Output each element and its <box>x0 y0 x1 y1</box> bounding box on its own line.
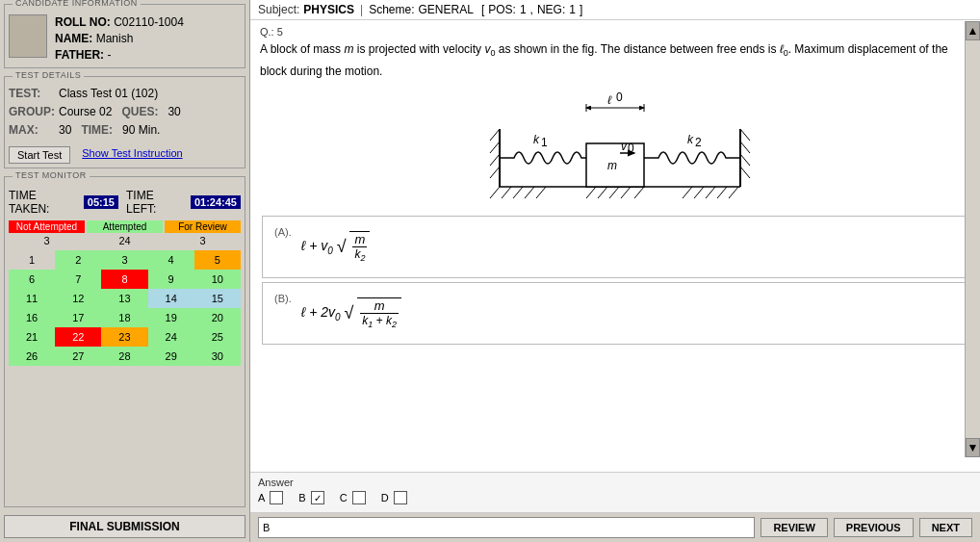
not-attempted-badge: Not Attempted <box>9 220 85 233</box>
review-button[interactable]: REVIEW <box>761 518 827 537</box>
q23[interactable]: 23 <box>101 327 147 347</box>
q11[interactable]: 11 <box>9 289 55 308</box>
q2[interactable]: 2 <box>55 250 101 270</box>
pos-label: POS: <box>488 3 516 16</box>
q7[interactable]: 7 <box>55 270 101 289</box>
bottom-bar: REVIEW PREVIOUS NEXT <box>250 512 980 542</box>
answer-title: Answer <box>258 477 972 488</box>
scroll-up-button[interactable]: ▲ <box>966 21 980 40</box>
svg-line-15 <box>706 187 715 198</box>
q1[interactable]: 1 <box>9 250 55 270</box>
svg-text:1: 1 <box>541 136 548 149</box>
q8[interactable]: 8 <box>101 270 147 289</box>
max-row: 30 TIME: 90 Min. <box>59 121 241 139</box>
q3[interactable]: 3 <box>101 250 147 270</box>
svg-line-5 <box>513 187 523 198</box>
answer-option-d[interactable]: D <box>381 491 407 504</box>
time-taken-label: TIME TAKEN: <box>9 189 80 216</box>
q6[interactable]: 6 <box>9 270 55 289</box>
svg-line-10 <box>609 187 619 198</box>
q21[interactable]: 21 <box>9 327 55 347</box>
q22[interactable]: 22 <box>55 327 101 347</box>
q16[interactable]: 16 <box>9 308 55 327</box>
time-left-value: 01:24:45 <box>191 195 241 209</box>
svg-text:0: 0 <box>616 90 623 104</box>
q17[interactable]: 17 <box>55 308 101 327</box>
svg-line-23 <box>740 142 750 153</box>
diagram-svg: k 1 m v 0 <box>442 90 788 206</box>
checkbox-d[interactable] <box>394 491 407 504</box>
q24[interactable]: 24 <box>148 327 194 347</box>
q12[interactable]: 12 <box>55 289 101 308</box>
roll-value: C02110-1004 <box>114 15 184 29</box>
option-b[interactable]: (B). ℓ + 2v0 √ mk1 + k2 <box>262 282 968 345</box>
svg-line-12 <box>634 187 644 198</box>
not-attempted-count: 3 <box>9 235 85 246</box>
q14[interactable]: 14 <box>148 289 194 308</box>
answer-input[interactable] <box>258 517 755 538</box>
q29[interactable]: 29 <box>148 347 194 366</box>
subject-bar: Subject: PHYSICS | Scheme: GENERAL [ POS… <box>250 0 980 20</box>
time-left-label: TIME LEFT: <box>126 189 187 216</box>
q20[interactable]: 20 <box>194 308 241 327</box>
answer-option-a[interactable]: A <box>258 491 283 504</box>
candidate-details: ROLL NO: C02110-1004 NAME: Manish FATHER… <box>55 14 184 64</box>
q25[interactable]: 25 <box>194 327 241 347</box>
svg-line-25 <box>740 167 750 178</box>
q26[interactable]: 26 <box>9 347 55 366</box>
roll-label: ROLL NO: <box>55 15 111 29</box>
checkbox-b[interactable]: ✓ <box>311 491 324 504</box>
previous-button[interactable]: PREVIOUS <box>834 518 914 537</box>
checkbox-a[interactable] <box>270 491 283 504</box>
q5[interactable]: 5 <box>194 250 241 270</box>
time-taken-value: 05:15 <box>84 195 118 209</box>
test-label: TEST: <box>9 85 55 102</box>
final-submission-button[interactable]: FINAL SUBMISSION <box>4 515 245 538</box>
svg-text:ℓ: ℓ <box>607 93 612 107</box>
q15[interactable]: 15 <box>194 289 241 308</box>
attempted-badge: Attempted <box>87 220 163 233</box>
pos-value: 1 <box>520 3 527 16</box>
svg-line-21 <box>490 167 500 178</box>
answer-section: Answer A B ✓ C D <box>250 472 980 512</box>
scrollbar-track[interactable]: ▲ ▼ <box>965 21 980 457</box>
neg-value: 1 <box>569 3 576 16</box>
q10[interactable]: 10 <box>194 270 241 289</box>
q19[interactable]: 19 <box>148 308 194 327</box>
option-a-label: (A). <box>274 226 292 238</box>
option-b-label: (B). <box>274 293 292 304</box>
next-button[interactable]: NEXT <box>919 518 972 537</box>
q4[interactable]: 4 <box>148 250 194 270</box>
scroll-down-button[interactable]: ▼ <box>966 438 980 457</box>
for-review-count: 3 <box>165 235 241 246</box>
q30[interactable]: 30 <box>194 347 241 366</box>
svg-line-3 <box>490 187 500 198</box>
q28[interactable]: 28 <box>101 347 147 366</box>
m-label: m <box>607 159 617 172</box>
father-label: FATHER: <box>55 48 104 62</box>
svg-line-24 <box>740 154 750 166</box>
answer-option-b[interactable]: B ✓ <box>298 491 323 504</box>
answer-option-c[interactable]: C <box>340 491 366 504</box>
q27[interactable]: 27 <box>55 347 101 366</box>
checkbox-c[interactable] <box>352 491 366 504</box>
option-a[interactable]: (A). ℓ + v0 √ mk2 <box>262 216 968 278</box>
q13[interactable]: 13 <box>101 289 147 308</box>
svg-line-9 <box>598 187 607 198</box>
svg-text:2: 2 <box>695 136 702 149</box>
show-instruction-button[interactable]: Show Test Instruction <box>82 147 182 159</box>
svg-line-4 <box>502 187 511 198</box>
svg-line-14 <box>694 187 704 198</box>
q18[interactable]: 18 <box>101 308 147 327</box>
q9[interactable]: 9 <box>148 270 194 289</box>
k1-label: k <box>533 133 540 146</box>
test-details-section-label: TEST DETAILS <box>13 70 84 80</box>
svg-line-19 <box>490 142 500 153</box>
test-value: Class Test 01 (102) <box>59 85 241 102</box>
scheme-label: Scheme: <box>369 3 414 16</box>
start-test-button[interactable]: Start Test <box>9 146 70 164</box>
question-text: A block of mass m is projected with velo… <box>260 39 970 81</box>
svg-line-8 <box>586 187 596 198</box>
group-label: GROUP: <box>9 103 55 120</box>
scheme-value: GENERAL <box>419 3 474 16</box>
